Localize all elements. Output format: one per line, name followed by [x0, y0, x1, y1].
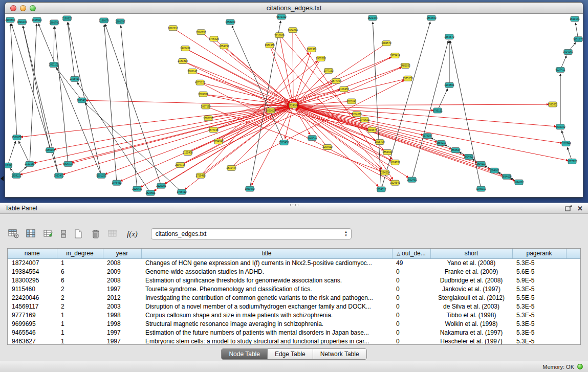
graph-node[interactable]: 1819341 — [5, 163, 13, 168]
create-column-button[interactable] — [72, 227, 85, 240]
graph-node[interactable]: 2106453 — [339, 86, 349, 92]
network-window-titlebar[interactable]: citations_edges.txt — [5, 3, 583, 14]
graph-node[interactable]: 1895755 — [203, 116, 213, 121]
table-row[interactable]: 1830029562008Estimation of significance … — [8, 276, 580, 285]
graph-node[interactable]: 2204612 — [322, 145, 333, 150]
graph-node[interactable]: 1854941 — [382, 150, 393, 155]
column-header-out-degree[interactable]: △out_de... — [392, 249, 430, 258]
graph-node[interactable]: 9151672 — [573, 37, 583, 42]
edit-table-button[interactable] — [42, 227, 55, 240]
table-row[interactable]: 2242004622012Investigating the contribut… — [8, 293, 580, 302]
graph-node[interactable]: 1821641 — [346, 99, 357, 104]
graph-node[interactable]: 1953228 — [316, 56, 326, 61]
delete-column-button[interactable] — [89, 227, 102, 240]
graph-node[interactable]: 1740620 — [359, 117, 369, 122]
column-header-title[interactable]: title — [141, 249, 392, 258]
graph-node[interactable]: 2190864 — [5, 17, 15, 23]
graph-node[interactable]: 1694601 — [489, 168, 499, 173]
graph-node[interactable]: 1899433 — [17, 19, 27, 25]
graph-node[interactable]: 1624832 — [390, 160, 400, 165]
graph-node[interactable]: 1619141 — [570, 16, 580, 21]
graph-node[interactable]: 1420439 — [180, 46, 190, 51]
graph-node[interactable]: 1866797 — [115, 19, 125, 24]
graph-node[interactable]: 1866791 — [49, 20, 59, 25]
graph-node[interactable]: 2485033 — [400, 63, 410, 68]
graph-node[interactable]: 1834512 — [376, 187, 386, 192]
graph-node[interactable]: 1914263 — [563, 50, 573, 55]
column-header-name[interactable]: name — [8, 249, 57, 258]
graph-node[interactable]: 2067110 — [201, 104, 210, 109]
graph-node[interactable]: 2181813 — [178, 59, 188, 64]
graph-node[interactable]: 1484573 — [381, 41, 391, 46]
graph-node[interactable]: 1821344 — [367, 15, 378, 20]
graph-node[interactable]: 5901253 — [96, 173, 106, 178]
graph-node[interactable]: 1812216 — [168, 26, 178, 31]
graph-node[interactable]: 2110344 — [561, 141, 571, 146]
table-settings-button[interactable] — [7, 227, 20, 240]
graph-node[interactable]: 2210869 — [274, 33, 285, 38]
graph-node[interactable]: 1677320 — [567, 159, 577, 164]
graph-node[interactable]: 5572312 — [276, 14, 287, 19]
graph-node[interactable]: 1794343 — [213, 139, 224, 144]
graph-node[interactable]: 2133161 — [25, 161, 35, 166]
graph-node[interactable]: 1977152 — [323, 68, 334, 73]
tab-edge-table[interactable]: Edge Table — [268, 349, 313, 359]
column-header-in-degree[interactable]: in_degree — [57, 249, 103, 258]
window-zoom-button[interactable] — [30, 5, 36, 11]
graph-node[interactable]: 1994801 — [444, 82, 454, 87]
table-row[interactable]: 946554611997Estimation of the future num… — [8, 328, 580, 337]
window-close-button[interactable] — [10, 5, 16, 11]
graph-node[interactable]: 1694628 — [502, 174, 512, 179]
panel-collapse-arrow[interactable] — [1, 176, 4, 181]
graph-node[interactable]: 2195413 — [70, 76, 80, 81]
graph-node[interactable]: 1976452 — [112, 180, 122, 185]
graph-node[interactable]: 9227411 — [555, 67, 565, 72]
close-panel-icon[interactable]: ✕ — [577, 205, 583, 212]
graph-node[interactable]: 2520655 — [12, 135, 22, 140]
graph-node[interactable]: 1895415 — [77, 98, 87, 103]
graph-node[interactable]: 4275122 — [195, 80, 205, 85]
graph-node[interactable]: 1618914 — [32, 17, 42, 23]
column-header-year[interactable]: year — [103, 249, 141, 258]
graph-node[interactable]: 1864843 — [426, 15, 437, 20]
graph-node[interactable]: 1810444 — [226, 165, 236, 170]
graph-node[interactable]: 1981355 — [265, 43, 275, 48]
graph-node[interactable]: 2125432 — [132, 186, 142, 191]
graph-node[interactable]: 1824501 — [145, 190, 156, 195]
import-table-button[interactable] — [106, 227, 120, 240]
graph-node[interactable]: 2125901 — [156, 183, 166, 188]
graph-node[interactable]: 1679197 — [422, 134, 432, 139]
graph-node[interactable]: 9245012 — [476, 186, 486, 191]
graph-node[interactable]: 2092451 — [407, 177, 417, 182]
graph-node[interactable]: 1693674 — [367, 127, 377, 133]
graph-node[interactable]: 1694112 — [514, 180, 524, 185]
graph-node[interactable]: 1955165 — [45, 148, 55, 153]
graph-node[interactable]: 1858222 — [11, 173, 21, 178]
graph-node[interactable]: 2575155 — [403, 76, 413, 81]
graph-node[interactable]: 2125430 — [183, 150, 193, 156]
table-row[interactable]: 1938455462009Genome-wide association stu… — [8, 267, 580, 276]
graph-node[interactable]: 1775426 — [209, 36, 219, 41]
table-row[interactable]: 969969511998Structural magnetic resonanc… — [8, 319, 580, 328]
graph-node[interactable]: 1664024 — [288, 28, 298, 33]
network-canvas[interactable]: 1724084181221622608581775426165479014204… — [5, 14, 583, 197]
graph-node[interactable]: 1854211 — [436, 141, 446, 146]
window-minimize-button[interactable] — [20, 5, 26, 11]
table-row[interactable]: 911546021997Tourette syndrome. Phenomeno… — [8, 285, 580, 293]
graph-node[interactable]: 2677138 — [208, 127, 219, 133]
graph-node[interactable]: 1959472 — [245, 186, 255, 191]
graph-node[interactable]: 1654790 — [219, 44, 229, 49]
graph-node[interactable]: 2260858 — [196, 30, 206, 35]
graph-node[interactable]: 1973414 — [390, 53, 400, 58]
table-row[interactable]: 946362711997Embryonic stem cells: a mode… — [8, 337, 580, 345]
graph-node[interactable]: 1933471 — [54, 173, 64, 178]
tab-node-table[interactable]: Node Table — [222, 349, 268, 359]
rows-button[interactable] — [59, 227, 68, 240]
graph-node[interactable]: 1765412 — [177, 189, 187, 194]
graph-node[interactable]: 1915412 — [307, 136, 317, 141]
show-columns-button[interactable] — [25, 227, 38, 240]
table-source-select[interactable]: citations_edges.txt ▲▼ — [151, 228, 352, 239]
column-header-pagerank[interactable]: pagerank — [512, 249, 566, 258]
graph-node[interactable]: 2190823 — [62, 16, 72, 21]
graph-node[interactable]: 1524541 — [390, 180, 400, 185]
